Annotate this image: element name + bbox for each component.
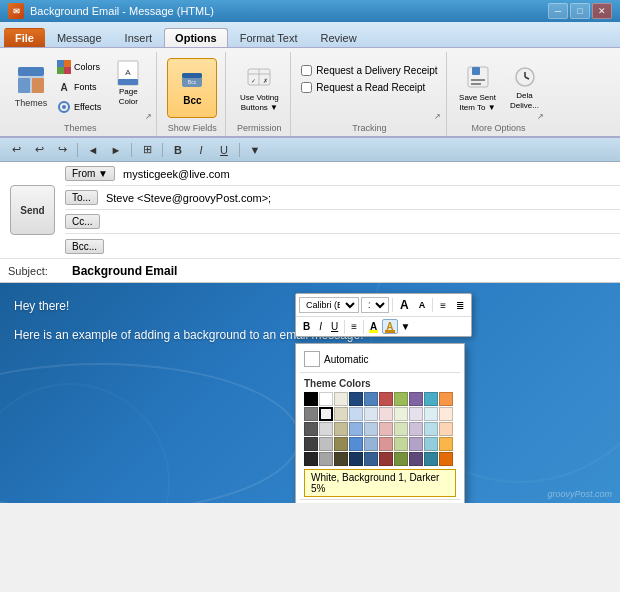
fonts-button[interactable]: A Fonts (54, 78, 104, 96)
theme-color-swatch[interactable] (394, 437, 408, 451)
theme-color-swatch[interactable] (379, 452, 393, 466)
minimize-button[interactable]: ─ (548, 3, 568, 19)
shrink-font-button[interactable]: A (415, 298, 430, 312)
theme-color-swatch[interactable] (304, 392, 318, 406)
email-body[interactable]: Hey there! Here is an example of adding … (0, 283, 620, 503)
theme-color-swatch[interactable] (379, 437, 393, 451)
theme-color-swatch[interactable] (439, 392, 453, 406)
next-button[interactable]: ► (106, 141, 126, 159)
highlight-button[interactable]: A (366, 319, 381, 334)
theme-color-swatch[interactable] (364, 407, 378, 421)
theme-color-swatch[interactable] (334, 407, 348, 421)
cc-button[interactable]: Cc... (65, 214, 100, 229)
theme-color-swatch[interactable] (319, 437, 333, 451)
theme-color-swatch[interactable] (349, 392, 363, 406)
tracking-expand-icon[interactable]: ↗ (432, 110, 444, 122)
align-format-button[interactable]: ≡ (347, 319, 361, 334)
theme-color-swatch[interactable] (349, 452, 363, 466)
theme-color-swatch[interactable] (364, 422, 378, 436)
undo-button[interactable]: ↩ (6, 141, 26, 159)
prev-button[interactable]: ◄ (83, 141, 103, 159)
themes-expand-icon[interactable]: ↗ (142, 110, 154, 122)
theme-color-swatch[interactable] (409, 392, 423, 406)
delivery-receipt-checkbox[interactable] (301, 65, 312, 76)
theme-color-swatch[interactable] (364, 452, 378, 466)
theme-color-swatch[interactable] (364, 437, 378, 451)
theme-color-swatch[interactable] (319, 422, 333, 436)
theme-color-swatch[interactable] (424, 437, 438, 451)
undo2-button[interactable]: ↩ (29, 141, 49, 159)
tab-insert[interactable]: Insert (114, 28, 164, 47)
themes-button[interactable]: Themes (10, 56, 52, 116)
redo-button[interactable]: ↪ (52, 141, 72, 159)
theme-color-swatch[interactable] (349, 407, 363, 421)
delay-delivery-button[interactable]: DelaDelive... (505, 58, 545, 118)
theme-color-swatch[interactable] (319, 407, 333, 421)
theme-color-swatch[interactable] (439, 452, 453, 466)
theme-color-swatch[interactable] (379, 407, 393, 421)
theme-color-swatch[interactable] (334, 452, 348, 466)
grow-font-button[interactable]: A (396, 296, 413, 314)
font-selector[interactable]: Calibri (E (299, 297, 359, 313)
theme-color-swatch[interactable] (424, 392, 438, 406)
theme-color-swatch[interactable] (364, 392, 378, 406)
theme-color-swatch[interactable] (304, 452, 318, 466)
theme-color-swatch[interactable] (319, 392, 333, 406)
tab-format-text[interactable]: Format Text (229, 28, 309, 47)
font-color-dropdown[interactable]: ▼ (399, 320, 413, 333)
tab-file[interactable]: File (4, 28, 45, 47)
dropdown-qat-button[interactable]: ▼ (245, 141, 265, 159)
theme-color-swatch[interactable] (439, 407, 453, 421)
theme-color-swatch[interactable] (394, 422, 408, 436)
cc-input[interactable] (104, 214, 620, 230)
more-options-expand-icon[interactable]: ↗ (535, 110, 547, 122)
from-button[interactable]: From ▼ (65, 166, 115, 181)
colors-button[interactable]: Colors (54, 58, 104, 76)
theme-color-swatch[interactable] (439, 437, 453, 451)
theme-color-swatch[interactable] (409, 422, 423, 436)
page-color-button[interactable]: A PageColor (106, 56, 150, 114)
grid-button[interactable]: ⊞ (137, 141, 157, 159)
theme-color-swatch[interactable] (394, 392, 408, 406)
use-voting-button[interactable]: ✓ ✗ Use VotingButtons ▼ (234, 58, 284, 118)
size-selector[interactable]: 11 (361, 297, 389, 313)
bold-qat-button[interactable]: B (168, 141, 188, 159)
theme-color-swatch[interactable] (409, 452, 423, 466)
theme-color-swatch[interactable] (409, 437, 423, 451)
to-button[interactable]: To... (65, 190, 98, 205)
theme-color-swatch[interactable] (439, 422, 453, 436)
theme-color-swatch[interactable] (319, 452, 333, 466)
theme-color-swatch[interactable] (349, 437, 363, 451)
maximize-button[interactable]: □ (570, 3, 590, 19)
tab-message[interactable]: Message (46, 28, 113, 47)
bcc-button[interactable]: Bcc Bcc (167, 58, 217, 118)
theme-color-swatch[interactable] (394, 452, 408, 466)
italic-qat-button[interactable]: I (191, 141, 211, 159)
list-button-1[interactable]: ≡ (436, 298, 450, 313)
theme-color-swatch[interactable] (304, 437, 318, 451)
to-input[interactable] (102, 190, 620, 206)
read-receipt-checkbox[interactable] (301, 82, 312, 93)
bold-format-button[interactable]: B (299, 319, 314, 334)
tab-options[interactable]: Options (164, 28, 228, 47)
save-sent-button[interactable]: Save SentItem To ▼ (453, 58, 503, 118)
auto-color-option[interactable]: Automatic (300, 348, 460, 370)
theme-color-swatch[interactable] (409, 407, 423, 421)
theme-color-swatch[interactable] (394, 407, 408, 421)
theme-color-swatch[interactable] (379, 422, 393, 436)
effects-button[interactable]: Effects (54, 98, 104, 116)
theme-color-swatch[interactable] (349, 422, 363, 436)
tab-review[interactable]: Review (310, 28, 368, 47)
theme-color-swatch[interactable] (334, 437, 348, 451)
bcc-input[interactable] (108, 238, 620, 254)
italic-format-button[interactable]: I (315, 319, 326, 334)
list-button-2[interactable]: ≣ (452, 298, 468, 313)
bcc-field-button[interactable]: Bcc... (65, 239, 104, 254)
theme-color-swatch[interactable] (424, 407, 438, 421)
underline-qat-button[interactable]: U (214, 141, 234, 159)
theme-color-swatch[interactable] (379, 392, 393, 406)
theme-color-swatch[interactable] (424, 452, 438, 466)
underline-format-button[interactable]: U (327, 319, 342, 334)
send-button[interactable]: Send (10, 185, 55, 235)
theme-color-swatch[interactable] (334, 422, 348, 436)
